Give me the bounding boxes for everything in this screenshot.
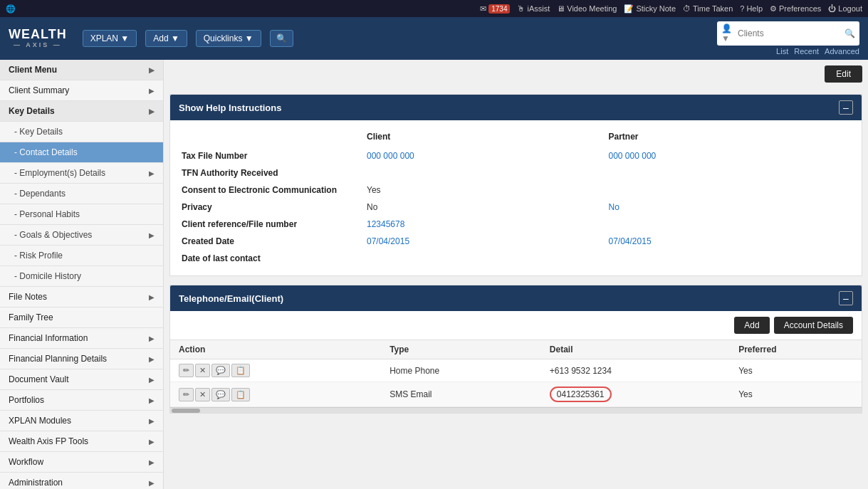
client-value[interactable]: 000 000 000 [367, 151, 414, 161]
sidebar-label-document-vault: Document Vault [9, 374, 69, 384]
time-taken-link[interactable]: ⏱ Time Taken [683, 4, 733, 13]
sidebar-item-goals-objectives[interactable]: - Goals & Objectives▶ [0, 225, 163, 246]
globe-icon: 🌐 [6, 4, 16, 14]
action-cell: ✏ ✕ 💬 📋 [170, 382, 381, 407]
sidebar-item-contact-details-sub[interactable]: - Contact Details [0, 142, 163, 163]
partner-value[interactable]: No [609, 202, 619, 212]
table-row: ✏ ✕ 💬 📋 SMS Email0412325361Yes [170, 382, 862, 407]
type-cell: SMS Email [381, 382, 541, 407]
partner-value[interactable]: 000 000 000 [609, 151, 657, 161]
sidebar-label-domicile-history: - Domicile History [14, 271, 81, 281]
partner-value[interactable]: 07/04/2015 [609, 236, 652, 246]
client-value[interactable]: 12345678 [367, 219, 404, 229]
main-content: Edit Show Help Instructions – Client Par [164, 60, 868, 489]
recent-link[interactable]: Recent [794, 47, 819, 56]
message-count: 1734 [488, 4, 510, 14]
chevron-right-icon: ▶ [149, 417, 155, 425]
logout-link[interactable]: ⏻ Logout [828, 4, 862, 13]
sidebar-item-risk-profile[interactable]: - Risk Profile [0, 246, 163, 266]
preferences-link[interactable]: ⚙ Preferences [770, 4, 821, 14]
sidebar-label-goals-objectives: - Goals & Objectives [14, 230, 92, 240]
message-icon: ✉ [480, 4, 486, 14]
sidebar-item-xplan-modules[interactable]: XPLAN Modules▶ [0, 411, 163, 431]
comment-row-button[interactable]: 💬 [211, 388, 230, 401]
search-input[interactable] [738, 28, 845, 38]
type-cell: Home Phone [381, 359, 541, 382]
edit-button[interactable]: Edit [825, 65, 862, 83]
sidebar-item-file-notes[interactable]: File Notes▶ [0, 287, 163, 307]
sidebar-item-client-summary[interactable]: Client Summary▶ [0, 80, 163, 101]
comment-row-button[interactable]: 💬 [211, 364, 230, 377]
info-row: TFN Authority Received [182, 164, 850, 182]
sidebar-label-client-summary: Client Summary [9, 85, 69, 95]
iassist-icon: 🖱 [517, 4, 525, 13]
logo: WEALTH — AXIS — [9, 28, 67, 49]
scrollbar-thumb[interactable] [172, 409, 200, 413]
chevron-right-icon: ▶ [149, 458, 155, 466]
sidebar-label-contact-details-sub: - Contact Details [14, 147, 78, 157]
help-section-title: Show Help Instructions [179, 102, 281, 113]
sidebar-label-financial-planning-details: Financial Planning Details [9, 354, 107, 364]
chevron-right-icon: ▶ [149, 355, 155, 363]
sidebar-item-employments-details[interactable]: - Employment(s) Details▶ [0, 163, 163, 184]
help-link[interactable]: ? Help [740, 4, 763, 13]
sidebar-item-dependants[interactable]: - Dependants [0, 184, 163, 204]
client-value[interactable]: 07/04/2015 [367, 236, 409, 246]
xplan-button[interactable]: XPLAN ▼ [83, 30, 137, 47]
top-bar-left: 🌐 [6, 4, 16, 14]
sticky-note-link[interactable]: 📝 Sticky Note [624, 4, 676, 14]
search-icon[interactable]: 🔍 [845, 28, 855, 38]
info-rows: Tax File Number000 000 000000 000 000TFN… [182, 147, 850, 267]
sidebar-item-document-vault[interactable]: Document Vault▶ [0, 369, 163, 390]
delete-row-button[interactable]: ✕ [195, 388, 210, 401]
copy-row-button[interactable]: 📋 [231, 388, 250, 401]
detail-cell: +613 9532 1234 [541, 359, 730, 382]
video-meeting-link[interactable]: 🖥 Video Meeting [557, 4, 617, 13]
info-row-label: Date of last contact [182, 253, 367, 263]
sidebar-item-domicile-history[interactable]: - Domicile History [0, 266, 163, 287]
sidebar-item-financial-information[interactable]: Financial Information▶ [0, 328, 163, 349]
add-button[interactable]: Add ▼ [145, 30, 187, 47]
sidebar-label-xplan-modules: XPLAN Modules [9, 416, 71, 426]
chevron-right-icon: ▶ [149, 438, 155, 446]
quicklinks-button[interactable]: Quicklinks ▼ [196, 30, 261, 47]
account-details-button[interactable]: Account Details [774, 317, 853, 334]
gear-icon: ⚙ [770, 4, 777, 14]
sidebar-item-wealth-axis-fp-tools[interactable]: Wealth Axis FP Tools▶ [0, 431, 163, 452]
edit-row-button[interactable]: ✏ [179, 364, 194, 377]
client-col-header: Client [367, 129, 390, 147]
detail-cell: 0412325361 [541, 382, 730, 407]
search-mode-button[interactable]: 🔍 [270, 30, 293, 47]
sidebar-item-administration[interactable]: Administration▶ [0, 473, 163, 489]
sidebar-item-workflow[interactable]: Workflow▶ [0, 452, 163, 473]
telephone-section-title: Telephone/Email(Client) [179, 293, 283, 304]
info-row-label: Privacy [182, 202, 367, 212]
sidebar-item-key-details-sub[interactable]: - Key Details [0, 122, 163, 142]
sidebar-item-personal-habits[interactable]: - Personal Habits [0, 204, 163, 225]
help-section-header: Show Help Instructions – [170, 95, 862, 120]
sidebar-item-key-details[interactable]: Key Details▶ [0, 101, 163, 122]
info-row: Created Date07/04/201507/04/2015 [182, 233, 850, 250]
sidebar-label-workflow: Workflow [9, 457, 43, 467]
info-row-label: Created Date [182, 236, 367, 246]
list-link[interactable]: List [776, 47, 788, 56]
user-icon: 👤▼ [721, 23, 735, 43]
table-column-header: Preferred [730, 340, 862, 359]
help-collapse-button[interactable]: – [839, 100, 853, 115]
advanced-link[interactable]: Advanced [825, 47, 859, 56]
table-body: ✏ ✕ 💬 📋 Home Phone+613 9532 1234Yes ✏ ✕ … [170, 359, 862, 407]
help-body: Client Partner Tax File Number000 000 00… [170, 120, 862, 275]
messages-link[interactable]: ✉ 1734 [480, 4, 510, 14]
sidebar-label-financial-information: Financial Information [9, 333, 88, 343]
sidebar-item-financial-planning-details[interactable]: Financial Planning Details▶ [0, 349, 163, 369]
iassist-link[interactable]: 🖱 iAssist [517, 4, 550, 13]
telephone-collapse-button[interactable]: – [839, 291, 853, 305]
sidebar-item-family-tree[interactable]: Family Tree [0, 307, 163, 328]
sidebar-item-client-menu[interactable]: Client Menu▶ [0, 60, 163, 80]
delete-row-button[interactable]: ✕ [195, 364, 210, 377]
copy-row-button[interactable]: 📋 [231, 364, 250, 377]
edit-row-button[interactable]: ✏ [179, 388, 194, 401]
chevron-right-icon: ▶ [149, 396, 155, 404]
sidebar-item-portfolios[interactable]: Portfolios▶ [0, 390, 163, 411]
add-telephone-button[interactable]: Add [734, 317, 769, 334]
